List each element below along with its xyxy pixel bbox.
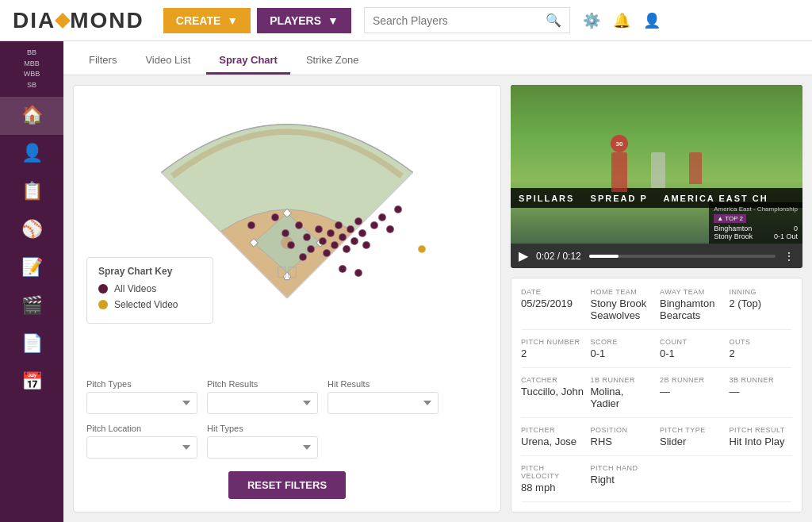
pitch-types-select[interactable] bbox=[86, 392, 197, 414]
info-cell-empty-2 bbox=[730, 464, 793, 493]
tab-video-list[interactable]: Video List bbox=[132, 48, 203, 75]
settings-icon[interactable]: ⚙️ bbox=[583, 12, 600, 29]
pitch-result-value: Hit Into Play bbox=[730, 436, 793, 447]
sidebar-item-list[interactable]: 📄 bbox=[0, 325, 63, 363]
pitch-type-label: PITCH TYPE bbox=[660, 426, 723, 434]
info-cell-catcher: CATCHER Tuccillo, John bbox=[521, 376, 584, 409]
pitch-type-value: Slider bbox=[660, 436, 723, 447]
runner-2b-label: 2B RUNNER bbox=[660, 376, 723, 384]
sidebar-item-notes[interactable]: 📝 bbox=[0, 249, 63, 287]
divider-3 bbox=[521, 417, 792, 418]
away-team-label: AWAY TEAM bbox=[660, 288, 723, 296]
player-icon: 👤 bbox=[21, 143, 43, 163]
info-cell-pitch-number: PITCH NUMBER 2 bbox=[521, 338, 584, 359]
left-panel: Spray Chart Key All Videos Selected Vide… bbox=[73, 85, 501, 512]
pitcher-label: PITCHER bbox=[521, 426, 584, 434]
outs-label: OUTS bbox=[730, 338, 793, 346]
sidebar-item-baseball[interactable]: ⚾ bbox=[0, 211, 63, 249]
legend-box: Spray Chart Key All Videos Selected Vide… bbox=[86, 257, 213, 324]
pitch-result-label: PITCH RESULT bbox=[730, 426, 793, 434]
pitch-types-label: Pitch Types bbox=[86, 379, 197, 389]
score-overlay-title: America East - Championship bbox=[714, 205, 798, 213]
player-figure-2 bbox=[651, 152, 665, 188]
hit-results-label: Hit Results bbox=[327, 379, 439, 389]
sidebar-label-wbb: WBB bbox=[24, 69, 40, 80]
right-panel: SPILLARS SPREAD P AMERICA EAST CH 30 bbox=[511, 85, 802, 512]
logo-text-right: MOND bbox=[70, 8, 144, 33]
info-cell-pitch-result: PITCH RESULT Hit Into Play bbox=[730, 426, 793, 447]
hit-results-select[interactable] bbox=[327, 392, 439, 414]
hit-types-select[interactable] bbox=[207, 436, 318, 459]
content-area: Filters Video List Spray Chart Strike Zo… bbox=[63, 41, 812, 522]
info-cell-batter-position: POSITION 2B bbox=[591, 510, 654, 512]
pitch-results-label: Pitch Results bbox=[207, 379, 318, 389]
info-cell-runner-2b: 2B RUNNER — bbox=[660, 376, 723, 409]
sidebar-item-video[interactable]: 🎬 bbox=[0, 287, 63, 325]
pitch-results-select[interactable] bbox=[207, 392, 318, 414]
tab-strike-zone[interactable]: Strike Zone bbox=[293, 48, 371, 75]
score-overlay-inning: ▲ TOP 2 bbox=[714, 214, 798, 223]
spray-chart-container: Spray Chart Key All Videos Selected Vide… bbox=[86, 98, 488, 370]
hit-types-label: Hit Types bbox=[207, 424, 318, 433]
pitch-hand-value: Right bbox=[591, 474, 654, 486]
players-chevron-icon: ▼ bbox=[327, 14, 339, 27]
filter-group-pitch-results: Pitch Results bbox=[207, 379, 318, 414]
time-current: 0:02 bbox=[536, 251, 554, 262]
tabs: Filters Video List Spray Chart Strike Zo… bbox=[63, 41, 812, 75]
sidebar-label-sb: SB bbox=[24, 80, 40, 91]
runner-2b-value: — bbox=[660, 386, 723, 397]
catcher-value: Tuccillo, John bbox=[521, 386, 584, 397]
create-chevron-icon: ▼ bbox=[227, 14, 238, 27]
all-videos-dot bbox=[98, 284, 108, 294]
progress-fill bbox=[589, 255, 619, 258]
search-input[interactable] bbox=[373, 14, 546, 27]
runner-1b-value: Molina, Yadier bbox=[591, 386, 654, 409]
info-grid: DATE 05/25/2019 HOME TEAM Stony Brook Se… bbox=[521, 288, 792, 512]
date-value: 05/25/2019 bbox=[521, 297, 584, 309]
home-team-value: Stony Brook Seawolves bbox=[591, 297, 654, 321]
notifications-icon[interactable]: 🔔 bbox=[613, 12, 630, 29]
list-icon: 📄 bbox=[21, 333, 43, 354]
info-cell-position: POSITION RHS bbox=[591, 426, 654, 447]
score-team-1-row: Binghamton 0 bbox=[714, 225, 798, 232]
info-cell-date: DATE 05/25/2019 bbox=[521, 288, 584, 321]
progress-bar[interactable] bbox=[589, 255, 776, 258]
reset-filters-button[interactable]: RESET FILTERS bbox=[228, 471, 346, 499]
tab-spray-chart[interactable]: Spray Chart bbox=[206, 48, 290, 75]
video-controls: ▶ 0:02 / 0:12 ⋮ bbox=[511, 244, 802, 268]
sidebar-item-home[interactable]: 🏠 bbox=[0, 97, 63, 135]
sidebar-item-reports[interactable]: 📋 bbox=[0, 173, 63, 211]
logo-diamond bbox=[55, 13, 71, 29]
selected-video-dot bbox=[98, 300, 108, 309]
inning-label: INNING bbox=[730, 288, 793, 296]
inning-value: 2 (Top) bbox=[730, 297, 793, 309]
pitcher-value: Urena, Jose bbox=[521, 436, 584, 447]
video-icon: 🎬 bbox=[21, 295, 43, 316]
logo: DIA MOND bbox=[13, 8, 144, 33]
info-cell-pitcher: PITCHER Urena, Jose bbox=[521, 426, 584, 447]
sidebar-item-player[interactable]: 👤 bbox=[0, 135, 63, 173]
info-cell-home-team: HOME TEAM Stony Brook Seawolves bbox=[591, 288, 654, 321]
player-number: 30 bbox=[611, 135, 628, 152]
logo-text-left: DIA bbox=[13, 8, 56, 33]
info-cell-pitch-type: PITCH TYPE Slider bbox=[660, 426, 723, 447]
filter-group-hit-types: Hit Types bbox=[207, 424, 318, 459]
header: DIA MOND CREATE ▼ PLAYERS ▼ 🔍 ⚙️ 🔔 👤 bbox=[0, 0, 812, 41]
create-label: CREATE bbox=[176, 14, 221, 27]
sidebar-item-schedule[interactable]: 📅 bbox=[0, 363, 63, 401]
pitch-location-select[interactable] bbox=[86, 436, 197, 459]
players-button[interactable]: PLAYERS ▼ bbox=[257, 8, 351, 33]
position-value: RHS bbox=[591, 436, 654, 447]
play-button[interactable]: ▶ bbox=[519, 248, 528, 263]
video-player: SPILLARS SPREAD P AMERICA EAST CH 30 bbox=[511, 85, 802, 268]
header-icons: ⚙️ 🔔 👤 bbox=[583, 12, 661, 29]
info-cell-batter: BATTER Drpich, Justin bbox=[521, 510, 584, 512]
reports-icon: 📋 bbox=[21, 181, 43, 202]
runner-3b-label: 3B RUNNER bbox=[730, 376, 793, 384]
video-menu-icon[interactable]: ⋮ bbox=[783, 250, 795, 263]
search-box: 🔍 bbox=[364, 7, 570, 33]
create-button[interactable]: CREATE ▼ bbox=[163, 8, 251, 33]
banner-text-1: SPILLARS SPREAD P AMERICA EAST CH bbox=[511, 194, 768, 203]
tab-filters[interactable]: Filters bbox=[76, 48, 129, 75]
user-icon[interactable]: 👤 bbox=[643, 12, 661, 29]
